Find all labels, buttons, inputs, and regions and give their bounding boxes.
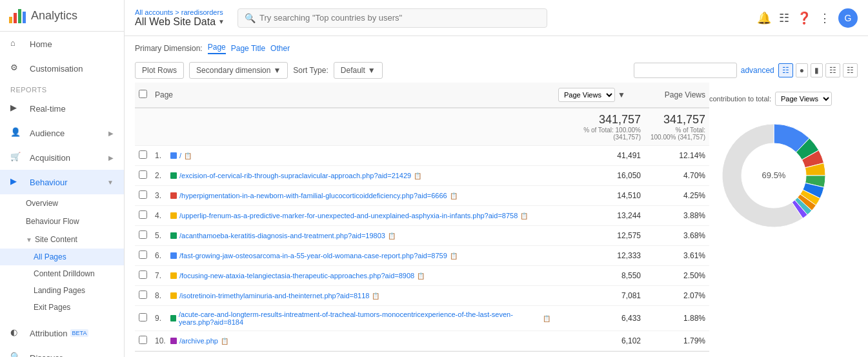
page-views-sort-select[interactable]: Page Views [558,88,615,102]
contribution-metric-select[interactable]: Page Views [775,92,832,106]
view-compare-icon[interactable]: ☷ [825,63,840,77]
avatar[interactable]: G [838,8,858,28]
select-all-checkbox[interactable] [139,90,147,98]
view-bar-icon[interactable]: ▮ [811,63,823,77]
total-views-1: 341,757 [558,113,641,127]
sort-type-button[interactable]: Default ▼ [334,62,383,79]
copy-icon[interactable]: 📋 [543,315,550,322]
sidebar-item-discover[interactable]: 🔍 Discover [0,345,124,357]
page-link[interactable]: /hyperpigmentation-in-a-newborn-with-fam… [179,192,447,199]
row-checkbox[interactable] [139,170,147,179]
row-checkbox[interactable] [139,150,147,159]
row-num: 6. [155,251,167,260]
copy-icon[interactable]: 📋 [450,192,458,199]
advanced-link[interactable]: advanced [741,66,774,75]
copy-icon[interactable]: 📋 [414,172,421,179]
dim-option-other[interactable]: Other [270,44,290,53]
copy-icon[interactable]: 📋 [372,292,379,300]
copy-icon[interactable]: 📋 [520,212,528,219]
sidebar-item-acquisition[interactable]: 🛒 Acquisition ▶ [0,145,124,170]
sidebar-item-content-drilldown[interactable]: Content Drilldown [0,265,124,282]
page-link[interactable]: /isotretinoin-trimethylaminuria-and-thei… [179,292,369,300]
sidebar-item-attribution[interactable]: ◐ Attribution BETA [0,321,124,345]
svg-rect-2 [18,9,21,23]
contribution-label: contribution to total: [709,95,771,103]
table-row: 1. / 📋 41,491 12.14% [135,146,709,166]
toolbar: Plot Rows Secondary dimension ▼ Sort Typ… [135,58,858,83]
sidebar-item-realtime[interactable]: ▶ Real-time [0,96,124,121]
more-icon[interactable]: ⋮ [819,11,831,25]
select-all-header [135,83,151,108]
sidebar-item-customisation[interactable]: ⚙ Customisation [0,56,124,81]
view-pivot-icon[interactable]: ☷ [843,63,858,77]
copy-icon[interactable]: 📋 [450,252,458,260]
apps-icon[interactable]: ☷ [779,11,789,25]
landing-pages-label: Landing Pages [34,286,85,295]
page-link[interactable]: /acute-care-and-longterm-results-intreat… [179,311,540,326]
copy-icon[interactable]: 📋 [417,272,425,280]
help-icon[interactable]: ❓ [797,11,811,25]
row-num: 3. [155,191,167,200]
property-selector[interactable]: All Web Site Data ▼ [135,16,225,28]
sidebar-item-site-content[interactable]: ▼ Site Content [0,230,124,249]
analytics-logo [8,6,26,25]
page-link[interactable]: / [179,152,181,159]
table-row: 8. /isotretinoin-trimethylaminuria-and-t… [135,286,709,306]
plot-rows-button[interactable]: Plot Rows [135,62,184,79]
sidebar-item-behaviour-flow[interactable]: Behaviour Flow [0,212,124,230]
reports-section-label: REPORTS [0,81,124,96]
page-link[interactable]: /fast-growing-jaw-osteosarcoma-in-a-55-y… [179,252,447,260]
row-checkbox[interactable] [139,230,147,239]
content-drilldown-label: Content Drilldown [34,269,95,278]
sidebar-item-overview[interactable]: Overview [0,194,124,212]
page-link[interactable]: /upperlip-frenum-as-a-predictive-marker-… [179,212,518,219]
site-content-label: Site Content [35,235,77,244]
row-pct: 2.50% [645,266,709,286]
sidebar-item-home[interactable]: ⌂ Home [0,32,124,56]
row-views: 8,550 [554,266,645,286]
row-checkbox[interactable] [139,291,147,299]
row-views: 12,333 [554,246,645,266]
row-checkbox[interactable] [139,190,147,199]
page-link[interactable]: /acanthamoeba-keratitis-diagnosis-and-tr… [179,232,385,240]
view-pie-icon[interactable]: ● [796,63,808,77]
copy-icon[interactable]: 📋 [388,232,396,240]
search-input[interactable] [259,13,540,23]
row-num: 4. [155,211,167,220]
secondary-dimension-button[interactable]: Secondary dimension ▼ [189,62,288,79]
sidebar-item-landing-pages[interactable]: Landing Pages [0,282,124,299]
row-checkbox[interactable] [139,250,147,259]
sort-desc-icon: ▼ [618,90,625,99]
sidebar-item-behaviour[interactable]: ▶ Behaviour ▼ [0,170,124,194]
table-row: 10. /archive.php 📋 6,102 1.79% [135,331,709,351]
row-checkbox[interactable] [139,313,147,321]
row-checkbox[interactable] [139,210,147,219]
copy-icon[interactable]: 📋 [184,152,192,159]
search-bar[interactable]: 🔍 [237,8,547,28]
page-link[interactable]: /archive.php [179,337,218,345]
attribution-icon: ◐ [10,327,22,339]
svg-rect-3 [23,12,26,23]
table-search-input[interactable] [634,63,737,78]
app-title: Analytics [31,9,77,23]
sidebar-item-all-pages[interactable]: All Pages [0,249,124,265]
sidebar-item-exit-pages[interactable]: Exit Pages [0,299,124,316]
copy-icon[interactable]: 📋 [221,338,228,345]
total-pct-2: % of Total: 100.00% (341,757) [649,127,705,141]
table-row: 7. /focusing-new-ataxia-telangiectasia-t… [135,266,709,286]
dim-option-page-title[interactable]: Page Title [231,44,265,53]
row-pct: 12.14% [645,146,709,166]
row-checkbox[interactable] [139,336,147,344]
behaviour-icon: ▶ [10,176,22,188]
page-link[interactable]: /focusing-new-ataxia-telangiectasia-ther… [179,272,414,280]
dim-option-page[interactable]: Page [208,43,226,54]
all-pages-label: All Pages [34,252,66,261]
notification-icon[interactable]: 🔔 [757,11,771,25]
contribution-header: contribution to total: Page Views [709,89,858,111]
sidebar-item-audience[interactable]: 👤 Audience ▶ [0,121,124,145]
customisation-icon: ⚙ [10,63,22,74]
discover-icon: 🔍 [10,352,22,357]
row-checkbox[interactable] [139,270,147,279]
view-table-icon[interactable]: ☷ [778,63,793,77]
page-link[interactable]: /excision-of-cervical-rib-through-suprac… [179,172,411,179]
